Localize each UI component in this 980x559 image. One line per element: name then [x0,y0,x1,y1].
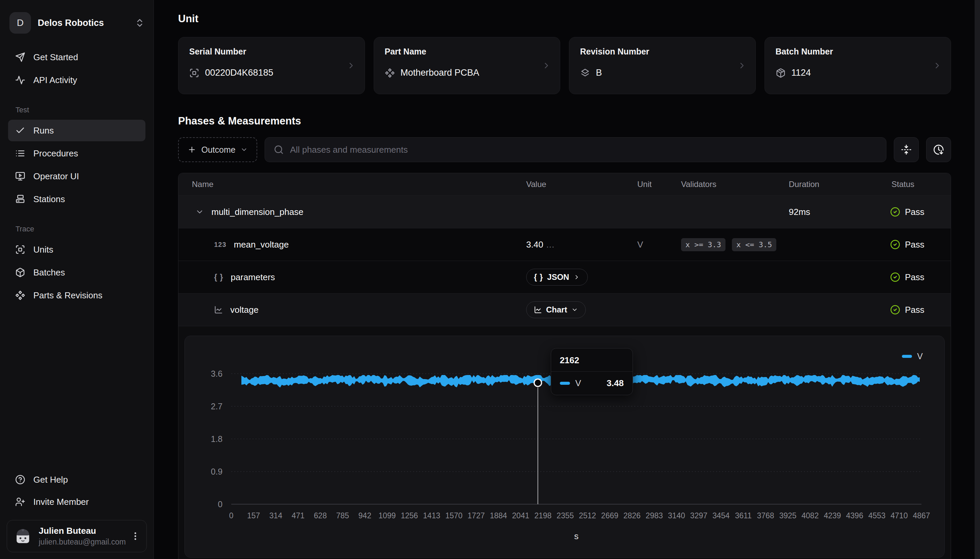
circle-check-icon [890,272,900,282]
sidebar-item-batches[interactable]: Batches [0,262,154,283]
chart-pill-button[interactable]: Chart [526,301,586,318]
scan-icon [15,245,25,255]
circle-check-icon [890,305,900,315]
page-scrollbar[interactable] [975,0,980,559]
svg-text:3297: 3297 [690,511,707,520]
svg-text:4082: 4082 [802,511,819,520]
box-icon [15,267,25,278]
svg-text:471: 471 [292,511,304,520]
sidebar-item-label: Get Help [33,475,68,485]
measurement-value: 3.40… [522,240,633,250]
svg-text:3925: 3925 [779,511,796,520]
card-serial-number[interactable]: Serial Number 00220D4K68185 [178,37,365,94]
svg-text:785: 785 [336,511,349,520]
svg-text:3454: 3454 [712,511,730,520]
plus-icon [187,145,196,154]
activity-icon [15,75,25,85]
json-pill-button[interactable]: { } JSON [526,269,588,286]
voltage-chart-expansion: 00.91.82.73.6015731447162878594210991256… [178,326,951,559]
status-label: Pass [905,305,924,315]
fold-vertical-icon [901,144,912,155]
section-title: Phases & Measurements [178,115,951,127]
status-badge: Pass [887,207,951,217]
tooltip-series-label: V [575,378,581,389]
chevrons-up-down-icon[interactable] [135,18,145,28]
tooltip-x-value: 2162 [551,349,633,372]
org-name: Delos Robotics [38,18,128,28]
history-button[interactable] [926,137,951,162]
measurement-unit: V [633,240,677,250]
braces-icon: { } [534,273,543,282]
sidebar-item-operator-ui[interactable]: Operator UI [0,165,154,187]
card-part-name[interactable]: Part Name Motherboard PCBA [374,37,560,94]
outcome-filter-button[interactable]: Outcome [178,137,257,162]
svg-text:3768: 3768 [757,511,774,520]
card-value-text: 1124 [791,68,811,78]
status-label: Pass [905,207,924,217]
svg-text:3140: 3140 [668,511,685,520]
sidebar-item-invite-member[interactable]: Invite Member [0,491,154,513]
sidebar-item-stations[interactable]: Stations [0,189,154,210]
sidebar-item-label: Runs [33,126,54,136]
search-input[interactable] [290,145,877,155]
voltage-chart-card[interactable]: 00.91.82.73.6015731447162878594210991256… [184,336,945,557]
chevron-down-icon [240,146,248,153]
collapse-all-button[interactable] [894,137,919,162]
svg-text:1099: 1099 [378,511,396,520]
svg-text:1413: 1413 [423,511,440,520]
check-icon [15,126,25,136]
card-revision-number[interactable]: Revision Number B [569,37,756,94]
org-avatar: D [10,12,31,34]
svg-text:3611: 3611 [735,511,751,520]
layers-icon [580,68,590,78]
status-badge: Pass [887,272,951,283]
legend-series-label: V [917,351,923,361]
svg-text:1727: 1727 [468,511,485,520]
sidebar-item-get-started[interactable]: Get Started [0,46,154,68]
unit-cards: Serial Number 00220D4K68185 Part Name Mo… [178,37,951,94]
svg-text:1570: 1570 [445,511,463,520]
more-vertical-icon[interactable] [130,531,140,541]
col-header-unit: Unit [633,180,677,189]
sidebar-item-runs[interactable]: Runs [8,120,146,141]
table-row-parameters[interactable]: { } parameters { } JSON Pass [178,261,951,293]
table-row-phase[interactable]: multi_dimension_phase 92ms Pass [178,195,951,228]
sidebar: D Delos Robotics Get Started API Activit… [0,0,154,559]
sidebar-item-parts-revisions[interactable]: Parts & Revisions [0,284,154,306]
svg-text:0.9: 0.9 [211,467,222,476]
tooltip-y-value: 3.48 [607,378,624,389]
user-email: julien.buteau@gmail.com [39,538,124,547]
card-label: Serial Number [189,47,354,56]
sidebar-item-units[interactable]: Units [0,239,154,260]
sidebar-item-api-activity[interactable]: API Activity [0,69,154,91]
card-label: Batch Number [776,47,940,56]
user-menu[interactable]: Julien Buteau julien.buteau@gmail.com [7,520,147,552]
col-header-name: Name [178,180,522,189]
table-row-voltage[interactable]: voltage Chart Pass [178,293,951,326]
svg-text:0: 0 [218,499,222,509]
chevron-right-icon [932,61,942,70]
sidebar-footer: Get Help Invite Member Julien Buteau jul… [0,468,154,552]
component-icon [15,290,25,300]
sidebar-item-procedures[interactable]: Procedures [0,142,154,164]
chevron-down-icon[interactable] [195,208,204,216]
svg-text:2.7: 2.7 [211,402,222,411]
table-row-mean-voltage[interactable]: 123 mean_voltage 3.40… V x >= 3.3 x <= 3… [178,228,951,261]
scan-icon [189,68,199,78]
sidebar-item-label: Operator UI [33,171,79,182]
help-circle-icon [15,475,25,485]
card-label: Revision Number [580,47,745,56]
tooltip-series-swatch [560,382,570,385]
svg-text:4553: 4553 [868,511,885,520]
svg-text:2041: 2041 [512,511,529,520]
svg-text:1884: 1884 [490,511,507,520]
search-box[interactable] [265,137,886,162]
card-batch-number[interactable]: Batch Number 1124 [764,37,952,94]
component-icon [385,68,395,78]
svg-text:314: 314 [269,511,282,520]
svg-text:2198: 2198 [534,511,551,520]
org-switcher[interactable]: D Delos Robotics [10,12,145,34]
chevron-down-icon [571,306,578,313]
phase-duration: 92ms [785,207,887,217]
sidebar-item-get-help[interactable]: Get Help [0,469,154,490]
